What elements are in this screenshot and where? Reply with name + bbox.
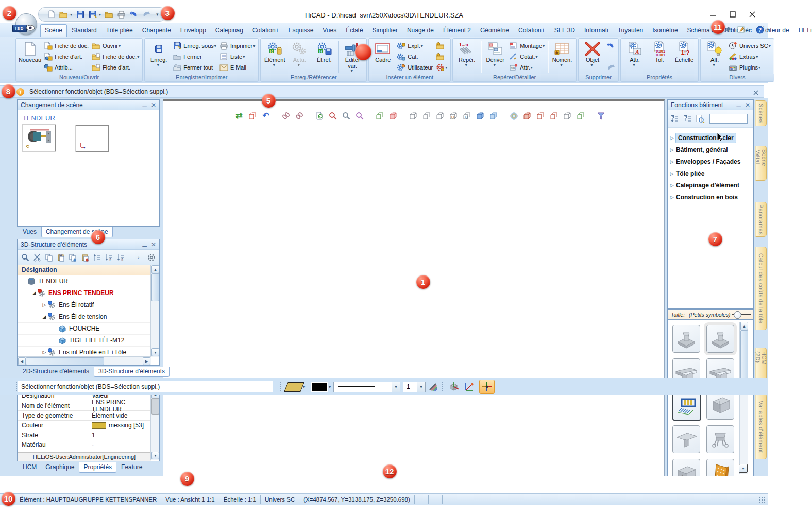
maximize-button[interactable] bbox=[726, 9, 739, 20]
deriver-button[interactable]: Dériver▾ bbox=[483, 40, 507, 74]
save-as-dropdown-icon[interactable]: ▾ bbox=[99, 12, 101, 17]
edit-mode-dropdown-icon[interactable]: ▾ bbox=[749, 27, 751, 32]
tree-row-ens-el-de-tension[interactable]: ◢Ens Él de tension bbox=[18, 311, 151, 323]
ribbon-tab-sfl-3d[interactable]: SFL 3D bbox=[550, 24, 580, 37]
enreg-sous-button[interactable]: Enreg. sous▾ bbox=[173, 41, 216, 50]
view-side-icon[interactable] bbox=[435, 111, 445, 120]
drag-grip[interactable] bbox=[441, 381, 443, 392]
imprimer-button[interactable]: Imprimer▾ bbox=[219, 41, 255, 50]
close-panel-icon[interactable]: ✕ bbox=[151, 101, 156, 109]
help-icon[interactable]: ? bbox=[755, 25, 764, 34]
fiche-d-art-button[interactable]: Fiche d'art. bbox=[92, 63, 139, 72]
ouvrir-button[interactable]: Ouvrir▾ bbox=[92, 41, 139, 50]
tree-row-tendeur[interactable]: TENDEUR bbox=[18, 275, 151, 287]
ribbon-tab-charpente[interactable]: Charpente bbox=[138, 24, 176, 37]
folder-part-button[interactable] bbox=[436, 41, 447, 50]
building-item-batiment-general[interactable]: ▷Bâtiment, général bbox=[668, 144, 753, 156]
building-item-construction-en-bois[interactable]: ▷Construction en bois bbox=[668, 191, 753, 203]
surface-color-swatch[interactable]: ▾ bbox=[286, 382, 305, 392]
more-icon[interactable]: › bbox=[136, 253, 144, 262]
tol-button[interactable]: +0.001−0.001Tol. bbox=[648, 40, 671, 74]
liste-button[interactable]: Liste▾ bbox=[219, 52, 255, 61]
command-input[interactable]: Sélectionner fonction/objet (BDS=Sélecti… bbox=[18, 381, 273, 392]
nouveau-button[interactable]: Nouveau bbox=[18, 40, 42, 74]
ribbon-tab-informati[interactable]: Informati bbox=[580, 24, 613, 37]
fiche-de-doc-button[interactable]: Fiche de doc.▾ bbox=[92, 52, 139, 61]
catalog-thumbnail-stiffener-connection-b[interactable] bbox=[706, 325, 734, 353]
ribbon-tab-vues[interactable]: Vues bbox=[318, 24, 341, 37]
expand-icon[interactable]: ▷ bbox=[41, 302, 47, 307]
drawing-viewport[interactable]: ⇄↶QQ bbox=[163, 99, 665, 476]
drag-grip[interactable] bbox=[280, 381, 282, 392]
open-dropdown-icon[interactable]: ▾ bbox=[70, 12, 72, 17]
search-icon[interactable] bbox=[21, 253, 29, 262]
enreg-button[interactable]: Enreg.▾ bbox=[147, 40, 171, 74]
properties-scrollbar[interactable]: ▲ ▼ bbox=[150, 390, 159, 460]
ribbon-tab-tole-pliee[interactable]: Tôle pliée bbox=[102, 24, 138, 37]
undo-icon[interactable] bbox=[129, 10, 138, 19]
catalog-thumbnail-clamp-assembly[interactable] bbox=[706, 425, 734, 453]
extras-button[interactable]: Extras▾ bbox=[729, 52, 771, 61]
cat-button[interactable]: Cat. bbox=[397, 52, 433, 61]
pen-styles-icon[interactable] bbox=[428, 383, 437, 391]
catalog-scroll-down-button[interactable]: ▼ bbox=[739, 464, 748, 473]
tree-row-tige-filetee-m12[interactable]: TIGE FILETÉE-M12 bbox=[18, 335, 151, 347]
zoom-previous-icon[interactable] bbox=[355, 111, 364, 120]
ribbon-tab-scene[interactable]: Scène bbox=[40, 24, 67, 37]
open-icon[interactable] bbox=[59, 10, 68, 19]
side-tab-scenes[interactable]: Scènes bbox=[755, 100, 767, 126]
tree-level-2-icon[interactable]: 2 bbox=[104, 253, 113, 262]
cut-icon[interactable] bbox=[32, 253, 41, 262]
fiche-de-doc-button[interactable]: Fiche de doc. bbox=[44, 41, 89, 50]
free-point-mode-button[interactable] bbox=[479, 380, 495, 394]
cotat-button[interactable]: Cotat.▾ bbox=[509, 52, 545, 61]
zoom-all-icon[interactable] bbox=[342, 111, 351, 120]
attr-button[interactable]: nxtAttr.▾ bbox=[509, 63, 545, 72]
echelle-button[interactable]: 1:?Échelle bbox=[672, 40, 696, 74]
aff-button[interactable]: Aff.▾ bbox=[703, 40, 726, 74]
side-tab-calcul-des-couts-de-la-tole[interactable]: Calcul des coûts de la tôle bbox=[755, 247, 767, 330]
save-as-icon[interactable] bbox=[88, 10, 97, 19]
save-icon[interactable] bbox=[76, 10, 84, 19]
surface-color-dropdown-icon[interactable]: ▾ bbox=[303, 385, 305, 389]
ribbon-tab-isometrie[interactable]: Isométrie bbox=[648, 24, 682, 37]
expand-icon[interactable]: ▷ bbox=[41, 350, 47, 355]
paste-special-icon[interactable] bbox=[80, 253, 89, 262]
scene-thumbnail-empty[interactable] bbox=[76, 125, 109, 152]
nomen-button[interactable]: ✱Nomen.▾ bbox=[550, 40, 574, 74]
link-elements-icon[interactable] bbox=[281, 111, 291, 120]
cadre-button[interactable]: Cadre bbox=[371, 40, 395, 74]
ribbon-tab-eclate[interactable]: Éclaté bbox=[341, 24, 367, 37]
tree-row-ens-el-rotatif[interactable]: ▷Ens Él rotatif bbox=[18, 299, 151, 311]
property-row-materiau[interactable]: Matériau- bbox=[18, 440, 151, 450]
building-item-calepinage-d-element[interactable]: ▷Calepinage d'élément bbox=[668, 179, 753, 191]
tree-horizontal-scrollbar[interactable]: ◀ ▶ bbox=[18, 356, 151, 365]
folder-part-button[interactable] bbox=[436, 52, 447, 61]
unlink-elements-icon[interactable] bbox=[295, 111, 304, 120]
view-shaded-icon[interactable] bbox=[476, 111, 485, 120]
redo-icon[interactable] bbox=[142, 10, 150, 19]
resize-grip[interactable] bbox=[759, 497, 765, 503]
building-search-input[interactable] bbox=[709, 114, 748, 124]
size-slider-handle[interactable] bbox=[734, 311, 741, 319]
edit-mode-icon[interactable] bbox=[737, 25, 746, 34]
coordinate-system-icon[interactable] bbox=[447, 381, 461, 393]
size-slider[interactable] bbox=[732, 314, 751, 315]
collapse-tree-icon[interactable] bbox=[683, 114, 692, 124]
undo-arrow-button[interactable] bbox=[606, 41, 615, 50]
side-tab-scene-metal[interactable]: Scène Métal bbox=[755, 146, 767, 181]
pin-icon[interactable]: ⚊ bbox=[142, 101, 147, 109]
line-color-swatch[interactable]: ▾ bbox=[311, 382, 331, 392]
property-row-couleur[interactable]: Couleurmessing [53] bbox=[18, 421, 151, 430]
expand-icon[interactable]: ▷ bbox=[668, 183, 676, 188]
ribbon-tab-standard[interactable]: Standard bbox=[67, 24, 102, 37]
delete-view-icon[interactable] bbox=[388, 111, 398, 120]
property-row-nom-de-l-element[interactable]: Nom de l'élémentENS PRINC TENDEUR bbox=[18, 401, 151, 411]
paste-icon[interactable] bbox=[57, 253, 65, 262]
side-tab-panoramas[interactable]: Panoramas bbox=[755, 202, 767, 237]
fermer-tout-button[interactable]: Fermer tout bbox=[173, 63, 216, 72]
settings-icon[interactable] bbox=[147, 253, 156, 262]
pin-icon[interactable]: ⚊ bbox=[142, 241, 147, 248]
copy-special-icon[interactable] bbox=[69, 253, 77, 262]
catalog-thumbnail-i-beam[interactable] bbox=[706, 392, 734, 420]
